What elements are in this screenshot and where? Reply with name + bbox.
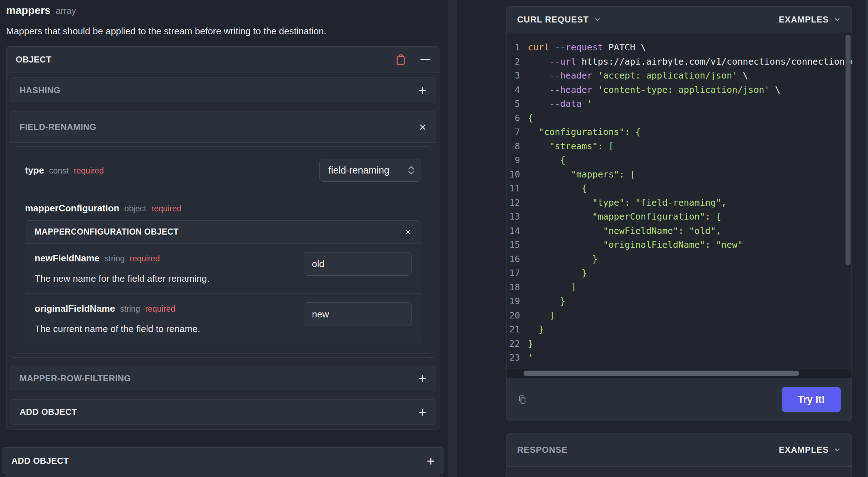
line-number: 4: [506, 83, 528, 97]
code-line: 21 }: [506, 322, 852, 337]
close-icon[interactable]: [404, 229, 412, 236]
code-line: 15 "originalFieldName": "new": [506, 238, 852, 252]
curl-panel-footer: Try It!: [506, 378, 852, 421]
plus-icon[interactable]: +: [419, 405, 427, 419]
line-number: 17: [506, 266, 528, 280]
try-it-button[interactable]: Try It!: [782, 387, 841, 412]
newfieldname-input[interactable]: [304, 252, 412, 276]
code-line: 9 {: [506, 153, 852, 167]
code-text: {: [528, 111, 533, 125]
curl-examples-dropdown[interactable]: EXAMPLES: [779, 15, 841, 25]
add-object-outer-label: ADD OBJECT: [11, 456, 69, 466]
code-vertical-scrollbar[interactable]: [846, 35, 851, 265]
code-line: 20 ]: [506, 308, 852, 323]
page-title: mappers: [6, 4, 51, 16]
examples-label: EXAMPLES: [779, 15, 829, 25]
code-line: 2 --url https://api.airbyte.com/v1/conne…: [506, 55, 852, 69]
field-renaming-fields: type const required field-renaming: [14, 146, 432, 354]
code-line: 19 }: [506, 294, 852, 308]
curl-request-title: CURL REQUEST: [517, 15, 589, 25]
type-field-row: type const required field-renaming: [14, 147, 432, 194]
window-scrollbar[interactable]: [866, 0, 868, 477]
left-column-scrollbar[interactable]: [448, 0, 457, 477]
minus-icon: [420, 59, 430, 60]
line-number: 5: [506, 97, 528, 111]
code-text: "configurations": {: [528, 125, 641, 139]
line-number: 16: [506, 252, 528, 266]
curl-request-dropdown[interactable]: CURL REQUEST: [517, 15, 601, 25]
line-number: 3: [506, 69, 528, 83]
field-renaming-header[interactable]: FIELD-RENAMING: [10, 111, 436, 143]
code-line: 8 "streams": [: [506, 139, 852, 154]
response-examples-dropdown[interactable]: EXAMPLES: [779, 445, 841, 455]
originalfieldname-row: originalFieldName string required The cu…: [25, 294, 421, 344]
field-name: originalFieldName: [35, 303, 115, 314]
schema-column: mappers array Mappers that should be app…: [0, 0, 448, 477]
examples-label: EXAMPLES: [779, 445, 829, 455]
object-panel-header: OBJECT: [6, 47, 440, 72]
code-text: --header 'content-type: application/json…: [528, 83, 780, 97]
field-kind: const: [49, 166, 69, 176]
chevron-down-icon: [834, 446, 841, 453]
code-line: 12 "type": "field-renaming",: [506, 196, 852, 210]
type-badge: array: [56, 6, 76, 16]
add-object-label: ADD OBJECT: [20, 407, 77, 417]
chevron-down-icon: [834, 16, 841, 23]
response-code-block: [506, 467, 852, 477]
plus-icon[interactable]: +: [419, 84, 427, 97]
field-kind: string: [120, 304, 140, 314]
field-kind: string: [105, 254, 125, 263]
code-text: {: [528, 181, 587, 196]
code-text: --header 'accept: application/json' \: [528, 69, 748, 83]
code-text: --url https://api.airbyte.com/v1/connect…: [528, 55, 852, 69]
code-line: 17 }: [506, 266, 852, 280]
copy-code-button[interactable]: [517, 394, 527, 405]
next-panel-edge: [2, 476, 444, 477]
code-line: 11 {: [506, 181, 852, 196]
response-panel-header: RESPONSE EXAMPLES: [506, 433, 852, 467]
code-text: "originalFieldName": "new": [528, 238, 743, 252]
line-number: 15: [506, 238, 528, 252]
line-number: 10: [506, 167, 528, 182]
object-panel: OBJECT HASHING +: [6, 46, 440, 430]
code-line: 16 }: [506, 252, 852, 266]
newfieldname-row: newFieldName string required The new nam…: [25, 243, 421, 294]
required-badge: required: [145, 304, 175, 314]
curl-panel-header: CURL REQUEST EXAMPLES: [506, 6, 852, 32]
curl-code-block[interactable]: 1curl --request PATCH \2 --url https://a…: [506, 32, 852, 369]
response-panel: RESPONSE EXAMPLES: [506, 433, 852, 477]
required-badge: required: [74, 166, 104, 176]
close-icon[interactable]: [419, 123, 427, 131]
add-object-button-inner[interactable]: ADD OBJECT +: [10, 399, 436, 425]
field-name: newFieldName: [35, 253, 100, 264]
originalfieldname-input[interactable]: [304, 302, 412, 326]
mapperconfiguration-title: MAPPERCONFIGURATION OBJECT: [35, 227, 179, 237]
section-hashing[interactable]: HASHING +: [10, 77, 436, 103]
code-horizontal-scrollbar-thumb[interactable]: [524, 371, 799, 376]
code-line: 14 "newFieldName": "old",: [506, 224, 852, 238]
code-line: 6{: [506, 111, 852, 125]
section-mapper-row-filtering[interactable]: MAPPER-ROW-FILTERING +: [10, 366, 436, 391]
field-renaming-content: type const required field-renaming: [10, 143, 436, 357]
line-number: 18: [506, 280, 528, 295]
code-text: ]: [528, 280, 576, 295]
object-panel-title: OBJECT: [16, 55, 51, 65]
required-badge: required: [130, 254, 160, 263]
add-object-button-outer[interactable]: ADD OBJECT +: [2, 447, 444, 475]
line-number: 19: [506, 294, 528, 308]
code-text: }: [528, 266, 587, 280]
line-number: 2: [506, 55, 528, 69]
select-chevrons-icon: [407, 165, 415, 176]
code-line: 5 --data ': [506, 97, 852, 111]
plus-icon[interactable]: +: [427, 454, 435, 468]
code-horizontal-scrollbar-track[interactable]: [506, 369, 852, 378]
code-text: --data ': [528, 97, 592, 111]
type-select[interactable]: field-renaming: [319, 159, 421, 182]
code-text: "newFieldName": "old",: [528, 224, 721, 238]
line-number: 11: [506, 181, 528, 196]
plus-icon[interactable]: +: [419, 372, 427, 385]
required-badge: required: [151, 204, 181, 214]
collapse-object-button[interactable]: [420, 59, 430, 60]
code-line: 22}: [506, 337, 852, 351]
delete-object-button[interactable]: [395, 54, 406, 65]
